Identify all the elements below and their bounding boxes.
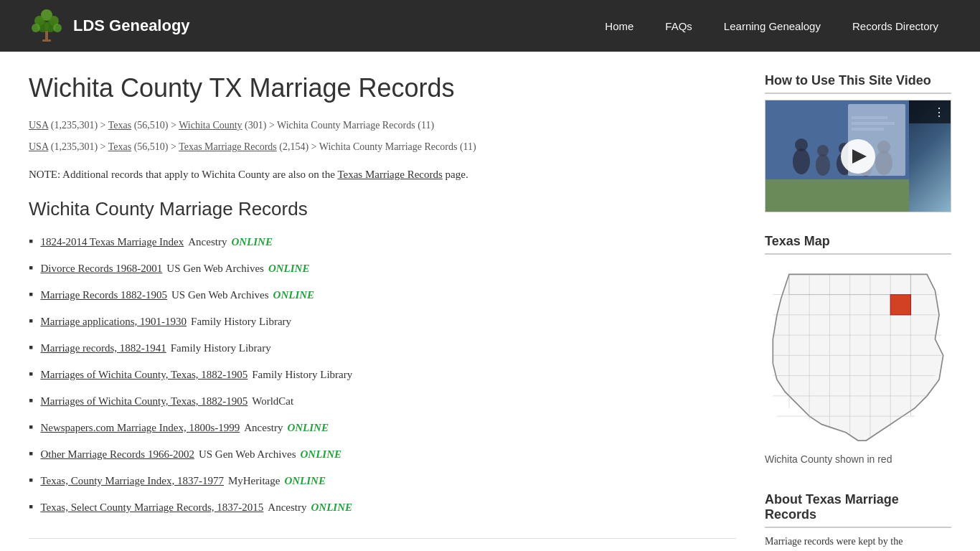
about-section: About Texas Marriage Records Marriage re… [765, 492, 951, 551]
breadcrumb-wichita-count: (301) > Wichita County Marriage Records … [245, 120, 434, 131]
map-section-title: Texas Map [765, 234, 951, 255]
nav-home[interactable]: Home [592, 14, 646, 38]
about-section-text: Marriage records were kept by the govern… [765, 534, 951, 551]
video-dots: ⋮ [933, 105, 945, 119]
record-link-5[interactable]: Marriages of Wichita County, Texas, 1882… [40, 367, 248, 383]
breadcrumb-wichita-county[interactable]: Wichita County [179, 120, 242, 131]
svg-rect-14 [765, 179, 909, 212]
logo-area[interactable]: LDS Genealogy [29, 8, 190, 44]
online-badge-2: ONLINE [273, 287, 315, 303]
online-badge-1: ONLINE [268, 260, 310, 277]
nav-learning[interactable]: Learning Genealogy [711, 14, 834, 38]
section-title: Wichita County Marriage Records [29, 198, 736, 220]
video-thumbnail[interactable]: How to Use t... ⋮ [765, 100, 951, 212]
record-link-2[interactable]: Marriage Records 1882-1905 [40, 287, 167, 303]
footer-note: Additions or corrections to this page? W… [29, 538, 736, 551]
list-item: Newspapers.com Marriage Index, 1800s-199… [29, 418, 736, 437]
online-badge-8: ONLINE [301, 446, 342, 463]
svg-point-17 [816, 154, 830, 176]
main-nav: Home FAQs Learning Genealogy Records Dir… [592, 14, 951, 38]
record-link-10[interactable]: Texas, Select County Marriage Records, 1… [40, 499, 263, 516]
map-container: Wichita County shown in red [765, 260, 951, 471]
list-item: Marriage Records 1882-1905 US Gen Web Ar… [29, 285, 736, 304]
list-item: Texas, County Marriage Index, 1837-1977 … [29, 471, 736, 490]
record-link-9[interactable]: Texas, County Marriage Index, 1837-1977 [40, 473, 224, 489]
svg-rect-28 [852, 122, 895, 125]
breadcrumb-texas-count-1: (56,510) > [134, 120, 179, 131]
main-content: Wichita County TX Marriage Records USA (… [29, 73, 736, 551]
breadcrumb-usa-count-1: (1,235,301) > [51, 120, 108, 131]
map-section: Texas Map [765, 234, 951, 471]
play-button[interactable] [841, 139, 875, 174]
svg-rect-8 [42, 39, 51, 42]
svg-point-18 [817, 145, 829, 156]
online-badge-7: ONLINE [287, 420, 329, 436]
svg-point-6 [53, 24, 62, 32]
about-section-title: About Texas Marriage Records [765, 492, 951, 528]
map-caption: Wichita County shown in red [765, 453, 951, 465]
record-link-4[interactable]: Marriage records, 1882-1941 [40, 340, 166, 357]
svg-rect-29 [852, 128, 884, 131]
svg-point-15 [793, 149, 810, 174]
video-background-image [765, 100, 909, 212]
breadcrumb-texas-marriage-count: (2,154) > Wichita County Marriage Record… [279, 141, 476, 152]
record-link-1[interactable]: Divorce Records 1968-2001 [40, 260, 162, 277]
record-link-8[interactable]: Other Marriage Records 1966-2002 [40, 446, 194, 463]
breadcrumb-texas-2[interactable]: Texas [108, 141, 131, 152]
nav-records-directory[interactable]: Records Directory [839, 14, 951, 38]
texas-map-svg [765, 266, 951, 445]
svg-rect-7 [45, 31, 48, 41]
site-header: LDS Genealogy Home FAQs Learning Genealo… [0, 0, 980, 52]
breadcrumb-1: USA (1,235,301) > Texas (56,510) > Wichi… [29, 118, 736, 133]
svg-point-5 [32, 24, 40, 32]
page-wrapper: Wichita County TX Marriage Records USA (… [0, 52, 980, 551]
nav-faqs[interactable]: FAQs [652, 14, 705, 38]
breadcrumb-texas-1[interactable]: Texas [108, 120, 131, 131]
breadcrumb-texas-marriage-records[interactable]: Texas Marriage Records [179, 141, 277, 152]
online-badge-9: ONLINE [284, 473, 326, 489]
list-item: Marriage applications, 1901-1930 Family … [29, 311, 736, 331]
video-section-title: How to Use This Site Video [765, 73, 951, 94]
svg-rect-26 [852, 108, 902, 113]
breadcrumb-texas-count-2: (56,510) > [134, 141, 179, 152]
svg-rect-44 [890, 295, 910, 315]
list-item: Marriage records, 1882-1941 Family Histo… [29, 338, 736, 357]
list-item: Other Marriage Records 1966-2002 US Gen … [29, 444, 736, 463]
video-inner: How to Use t... ⋮ [765, 100, 951, 212]
records-list: 1824-2014 Texas Marriage Index Ancestry … [29, 232, 736, 517]
list-item: Divorce Records 1968-2001 US Gen Web Arc… [29, 258, 736, 278]
additional-records-note: NOTE: Additional records that apply to W… [29, 169, 736, 181]
list-item: Marriages of Wichita County, Texas, 1882… [29, 364, 736, 384]
logo-tree-icon [29, 8, 65, 44]
breadcrumb-usa-count-2: (1,235,301) > [51, 141, 108, 152]
texas-marriage-records-link[interactable]: Texas Marriage Records [337, 169, 442, 180]
record-link-3[interactable]: Marriage applications, 1901-1930 [40, 314, 187, 330]
svg-point-16 [795, 138, 808, 151]
online-badge-10: ONLINE [311, 499, 353, 516]
record-link-0[interactable]: 1824-2014 Texas Marriage Index [40, 234, 184, 250]
list-item: 1824-2014 Texas Marriage Index Ancestry … [29, 232, 736, 251]
list-item: Texas, Select County Marriage Records, 1… [29, 497, 736, 517]
page-title: Wichita County TX Marriage Records [29, 73, 736, 103]
breadcrumb-usa-1[interactable]: USA [29, 120, 48, 131]
record-link-7[interactable]: Newspapers.com Marriage Index, 1800s-199… [40, 420, 240, 436]
logo-text: LDS Genealogy [73, 17, 190, 35]
online-badge-0: ONLINE [231, 234, 273, 250]
breadcrumb-usa-2[interactable]: USA [29, 141, 48, 152]
record-link-6[interactable]: Marriages of Wichita County, Texas, 1882… [40, 393, 248, 410]
video-section: How to Use This Site Video How to Use t.… [765, 73, 951, 212]
svg-rect-27 [852, 116, 887, 119]
breadcrumb-2: USA (1,235,301) > Texas (56,510) > Texas… [29, 139, 736, 155]
sidebar: How to Use This Site Video How to Use t.… [765, 73, 951, 551]
list-item: Marriages of Wichita County, Texas, 1882… [29, 391, 736, 410]
